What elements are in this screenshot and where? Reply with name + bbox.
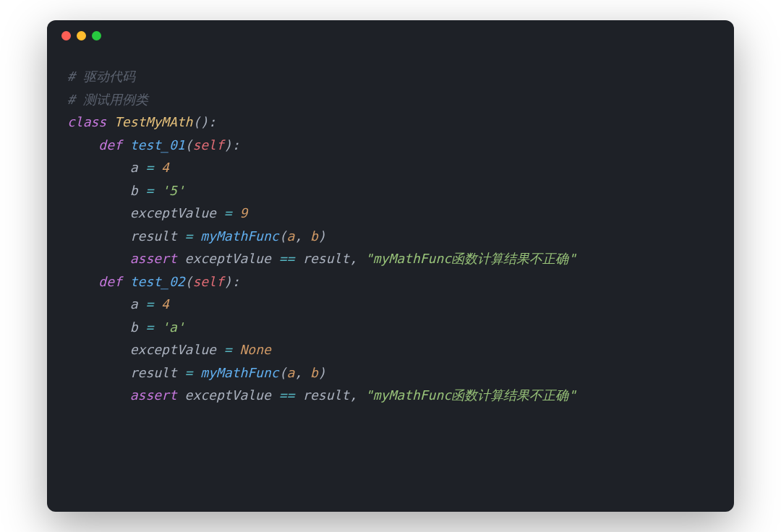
code-var: a (130, 160, 138, 175)
code-comment: # 测试用例类 (67, 92, 148, 107)
code-op: == (279, 387, 295, 403)
code-self: self (192, 274, 223, 289)
code-param: b (310, 365, 318, 380)
code-punct: ) (224, 274, 232, 289)
code-window: # 驱动代码 # 测试用例类 class TestMyMAth(): def t… (47, 20, 734, 512)
code-op: = (145, 160, 153, 175)
code-var: exceptValue (130, 342, 216, 357)
code-punct: , (349, 251, 357, 266)
code-punct: : (232, 274, 240, 289)
code-string: "myMathFunc函数计算结果不正确" (365, 387, 576, 403)
code-op: = (224, 205, 232, 220)
code-var: b (130, 319, 138, 335)
code-op: = (145, 319, 153, 335)
code-punct: , (294, 228, 302, 244)
code-punct: ( (279, 228, 287, 244)
code-punct: ( (192, 114, 200, 129)
code-op: = (185, 365, 193, 380)
minimize-icon[interactable] (77, 31, 86, 40)
code-op: = (145, 296, 153, 312)
code-punct: ) (224, 137, 232, 153)
code-var: result (130, 228, 177, 244)
code-number: 4 (161, 160, 169, 175)
maximize-icon[interactable] (92, 31, 101, 40)
code-param: b (310, 228, 318, 244)
code-punct: ( (185, 137, 193, 153)
code-keyword: def (98, 274, 122, 289)
code-punct: ) (200, 114, 208, 129)
code-op: = (185, 228, 193, 244)
code-punct: ( (185, 274, 193, 289)
code-param: a (286, 228, 294, 244)
code-keyword: class (67, 114, 106, 129)
code-param: a (286, 365, 294, 380)
code-punct: ( (279, 365, 287, 380)
code-var: b (130, 183, 138, 198)
code-number: 4 (161, 296, 169, 312)
code-self: self (192, 137, 223, 153)
window-titlebar (47, 20, 734, 51)
code-string: 'a' (161, 319, 185, 335)
code-punct: , (349, 387, 357, 403)
code-var: result (302, 387, 349, 403)
code-content: # 驱动代码 # 测试用例类 class TestMyMAth(): def t… (47, 51, 734, 512)
code-func: myMathFunc (200, 365, 278, 380)
close-icon[interactable] (61, 31, 71, 40)
code-punct: : (208, 114, 216, 129)
code-var: exceptValue (130, 205, 216, 220)
code-func: myMathFunc (200, 228, 278, 244)
code-var: a (130, 296, 138, 312)
code-keyword: assert (130, 387, 177, 403)
code-var: exceptValue (185, 387, 271, 403)
code-comment: # 驱动代码 (67, 69, 135, 84)
code-punct: , (294, 365, 302, 380)
code-var: result (302, 251, 349, 266)
code-keyword: assert (130, 251, 177, 266)
code-string: '5' (161, 183, 185, 198)
code-punct: ) (318, 228, 326, 244)
code-punct: : (232, 137, 240, 153)
code-number: 9 (239, 205, 247, 220)
code-var: result (130, 365, 177, 380)
code-op: = (224, 342, 232, 357)
code-func: test_02 (130, 274, 185, 289)
code-op: = (145, 183, 153, 198)
code-punct: ) (318, 365, 326, 380)
code-classname: TestMyMAth (114, 114, 192, 129)
code-func: test_01 (130, 137, 185, 153)
code-string: "myMathFunc函数计算结果不正确" (365, 251, 576, 266)
code-const: None (239, 342, 270, 357)
code-op: == (279, 251, 295, 266)
code-keyword: def (98, 137, 122, 153)
code-var: exceptValue (185, 251, 271, 266)
